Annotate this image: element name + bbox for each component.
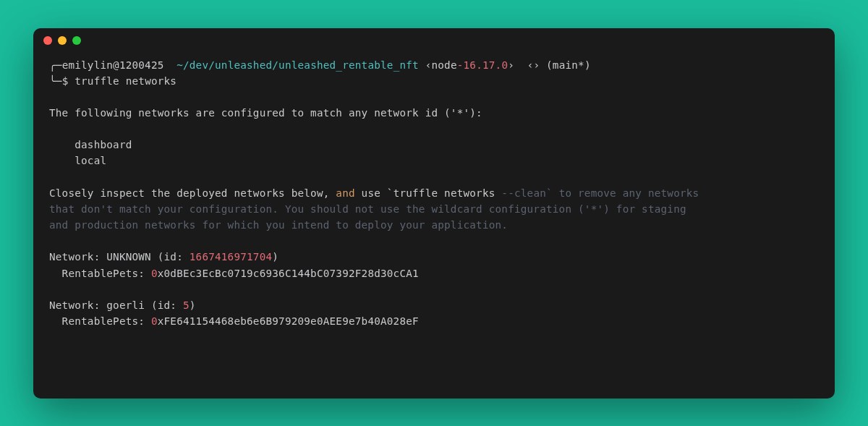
prompt-branch: (main*)	[546, 59, 591, 71]
output-network-dashboard: dashboard	[49, 139, 132, 150]
close-icon[interactable]	[43, 36, 52, 45]
network1-zero: 0	[151, 268, 158, 279]
prompt-user: emilylin@1200425	[62, 59, 164, 71]
prompt-diamond: ‹›	[527, 59, 540, 71]
window-titlebar	[33, 28, 835, 53]
command-text: truffle networks	[75, 75, 176, 87]
network2-addr: xFE641154468eb6e6B979209e0AEE9e7b40A028e…	[158, 315, 419, 327]
inspect-flag: --clean	[501, 187, 546, 199]
output-network-local: local	[49, 155, 106, 166]
terminal-window: ╭─emilylin@1200425 ~/dev/unleashed/unlea…	[33, 28, 835, 399]
prompt-symbol: $	[62, 75, 69, 87]
node-dash: -	[457, 59, 464, 71]
inspect-tail3: and production networks for which you in…	[49, 219, 508, 231]
node-open: ‹node	[425, 59, 457, 71]
network1-id: 1667416971704	[190, 251, 273, 263]
maximize-icon[interactable]	[72, 36, 81, 45]
output-configured: The following networks are configured to…	[49, 107, 482, 119]
network2-close: )	[190, 299, 196, 311]
prompt-corner-bottom: ╰─	[49, 75, 62, 87]
prompt-corner-top: ╭─	[49, 59, 62, 71]
inspect-tail2: that don't match your configuration. You…	[49, 203, 686, 215]
minimize-icon[interactable]	[58, 36, 67, 45]
network1-close: )	[272, 251, 278, 263]
network1-label: Network: UNKNOWN (id:	[49, 251, 190, 263]
network1-addr: x0dBEc3EcBc0719c6936C144bC07392F28d30cCA…	[158, 268, 419, 279]
network2-id: 5	[183, 299, 190, 311]
network1-contract: RentablePets:	[49, 268, 151, 279]
node-version: 16.17.0	[464, 59, 509, 71]
inspect-pre: Closely inspect the deployed networks be…	[49, 187, 336, 199]
inspect-and: and	[336, 187, 354, 199]
terminal-content[interactable]: ╭─emilylin@1200425 ~/dev/unleashed/unlea…	[33, 53, 835, 343]
network2-label: Network: goerli (id:	[49, 299, 183, 311]
network2-zero: 0	[151, 315, 158, 327]
prompt-path: ~/dev/unleashed/unleashed_rentable_nft	[176, 59, 419, 71]
inspect-mid: use `truffle networks	[355, 187, 502, 199]
node-close: ›	[508, 59, 514, 71]
inspect-tail1: ` to remove any networks	[546, 187, 699, 199]
network2-contract: RentablePets:	[49, 315, 151, 327]
